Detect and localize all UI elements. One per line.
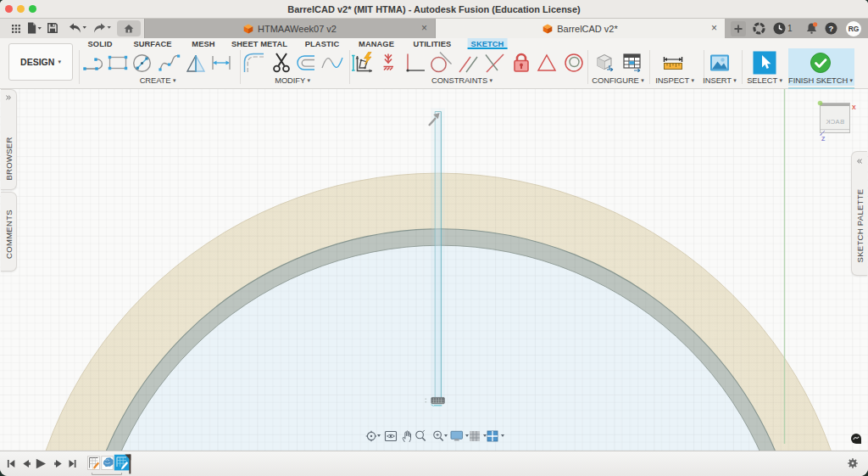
expand-right-icon[interactable] [6, 95, 12, 100]
browser-panel-label: BROWSER [4, 137, 14, 180]
viewports-icon[interactable] [487, 430, 498, 442]
auto-dimension-icon[interactable] [351, 51, 375, 75]
inspect-group-label[interactable]: INSPECT ▾ [655, 76, 694, 86]
configuration-icon[interactable] [593, 51, 617, 75]
pan-icon[interactable] [401, 429, 413, 442]
orbit-icon[interactable] [364, 429, 377, 442]
axis-x-label: X [852, 104, 856, 110]
file-menu-icon[interactable] [27, 22, 42, 34]
go-to-end-icon[interactable] [70, 460, 76, 468]
timeline-feature-form[interactable] [102, 456, 114, 470]
document-tab-htmaaweek07[interactable]: HTMAAWeek07 v2 × [144, 19, 436, 38]
rectangle-tool-icon[interactable] [106, 51, 130, 75]
titlebar: BarrelCAD v2* (MIT HTMA) - Autodesk Fusi… [0, 0, 868, 19]
job-status-icon[interactable] [753, 22, 765, 35]
select-tool-icon[interactable] [753, 51, 776, 75]
insert-image-icon[interactable] [708, 51, 732, 75]
configure-group-label[interactable]: CONFIGURE ▾ [592, 76, 643, 86]
select-group-label[interactable]: SELECT ▾ [747, 76, 782, 86]
tab-solid[interactable]: SOLID [85, 38, 116, 49]
tab-plastic[interactable]: PLASTIC [302, 38, 342, 49]
create-group-label[interactable]: CREATE ▾ [140, 76, 176, 86]
data-panel-grid-icon[interactable] [12, 25, 20, 33]
finish-sketch-icon[interactable] [809, 52, 832, 76]
collinear-icon[interactable] [376, 51, 400, 75]
line-tool-icon[interactable] [82, 51, 106, 75]
constraints-group-label[interactable]: CONSTRAINTS ▾ [431, 76, 492, 86]
fix-unfix-lock-icon[interactable] [509, 51, 533, 75]
help-glyph: ? [829, 24, 834, 33]
configuration-table-icon[interactable] [620, 51, 644, 75]
play-icon[interactable] [36, 459, 46, 468]
fillet-tool-icon[interactable] [242, 51, 266, 75]
timeline-feature-sketch[interactable] [88, 456, 100, 470]
group-label-text: INSPECT [655, 76, 689, 85]
sketch-profile[interactable] [431, 109, 445, 401]
tab-surface[interactable]: SURFACE [130, 38, 175, 49]
tab-sheet-metal[interactable]: SHEET METAL [228, 38, 291, 49]
tangent-icon[interactable] [429, 51, 453, 75]
trim-tool-icon[interactable] [270, 51, 293, 75]
comments-panel-tab[interactable]: COMMENTS [1, 192, 17, 272]
measure-icon[interactable] [661, 51, 685, 75]
tab-mesh[interactable]: MESH [188, 38, 218, 49]
look-at-icon[interactable] [384, 430, 398, 442]
grid-caret-icon[interactable] [483, 434, 487, 437]
ribbon-separator [742, 50, 743, 84]
go-to-start-icon[interactable] [8, 460, 14, 468]
zoom-icon[interactable] [415, 429, 427, 442]
home-tab-button[interactable] [117, 20, 141, 36]
browser-panel-tab[interactable]: BROWSER [1, 89, 17, 190]
viewports-caret-icon[interactable] [501, 434, 504, 437]
close-tab-icon[interactable]: × [711, 22, 717, 34]
document-tab-barrelcad[interactable]: BarrelCAD v2* × [436, 19, 725, 38]
parallel-icon[interactable] [457, 51, 481, 75]
timeline-feature-sketch-active[interactable] [114, 455, 130, 471]
viewcube[interactable]: BACK X Z [812, 93, 863, 144]
caret-down-icon: ▾ [307, 77, 309, 83]
redo-icon[interactable] [93, 23, 112, 33]
avatar[interactable]: RG [846, 21, 861, 36]
comments-panel-label: COMMENTS [4, 210, 14, 259]
timeline-settings-gear-icon[interactable] [847, 457, 859, 469]
fit-icon[interactable] [432, 429, 445, 442]
mirror-tool-icon[interactable] [184, 51, 208, 75]
tab-manage[interactable]: MANAGE [355, 38, 398, 49]
ribbon-toolbar: DESIGN ▾ [0, 49, 868, 89]
help-icon[interactable]: ? [825, 22, 837, 35]
assistant-bubble[interactable] [851, 434, 861, 444]
break-tool-icon[interactable] [320, 51, 344, 75]
grid-snaps-icon[interactable] [469, 430, 481, 442]
finish-sketch-label[interactable]: FINISH SKETCH ▾ [788, 76, 853, 86]
equal-icon[interactable] [483, 51, 507, 75]
fit-caret-icon[interactable] [444, 434, 448, 437]
orbit-caret-icon[interactable] [377, 434, 381, 437]
workspace-selector[interactable]: DESIGN ▾ [8, 43, 73, 81]
notifications-bell-icon[interactable] [805, 22, 818, 35]
new-tab-button[interactable] [731, 21, 746, 36]
expand-left-icon[interactable] [857, 159, 863, 164]
offset-tool-icon[interactable] [294, 51, 318, 75]
close-tab-icon[interactable]: × [421, 22, 427, 34]
concentric-icon[interactable] [562, 51, 586, 75]
sketch-dimension-tool-icon[interactable] [209, 51, 233, 75]
scene [0, 89, 868, 451]
tab-utilities[interactable]: UTILITIES [410, 38, 455, 49]
viewport-canvas[interactable]: BROWSER COMMENTS SKETCH PALETTE BACK X Z [0, 89, 868, 451]
caret-down-icon: ▾ [173, 77, 175, 83]
insert-group-label[interactable]: INSERT ▾ [703, 76, 736, 86]
step-back-icon[interactable] [23, 460, 31, 468]
tab-sketch[interactable]: SKETCH [468, 38, 508, 49]
save-icon[interactable] [47, 23, 58, 33]
sketch-palette-tab[interactable]: SKETCH PALETTE [851, 151, 867, 276]
spline-tool-icon[interactable] [158, 51, 181, 75]
ribbon-separator [79, 50, 80, 84]
step-forward-icon[interactable] [54, 460, 62, 468]
undo-icon[interactable] [69, 23, 87, 33]
perpendicular-icon[interactable] [403, 51, 426, 75]
extensions-clock-icon[interactable] [773, 22, 786, 35]
circle-tool-icon[interactable] [131, 51, 154, 75]
modify-group-label[interactable]: MODIFY ▾ [275, 76, 310, 86]
display-settings-icon[interactable] [450, 429, 465, 442]
symmetry-icon[interactable] [535, 51, 559, 75]
